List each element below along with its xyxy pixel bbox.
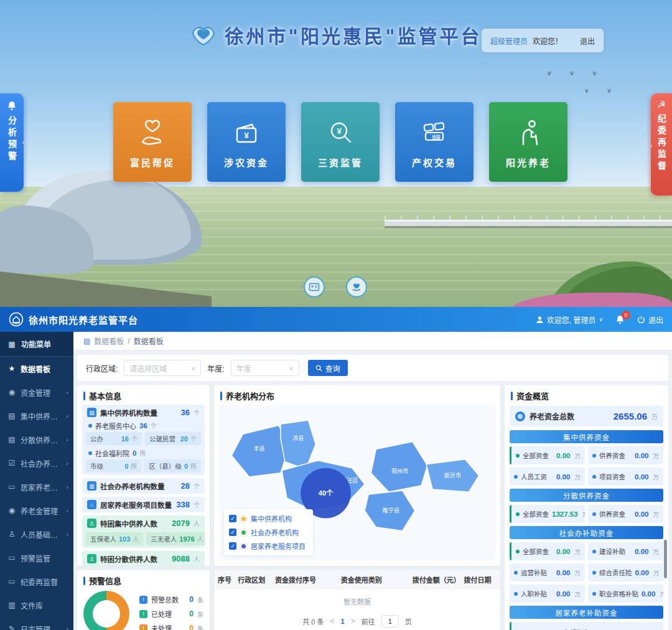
sidebar-item-pension-management[interactable]: ◉ 养老金管理 › [0, 499, 73, 522]
fund-value: 0.00 [556, 452, 570, 459]
care-heart-badge-button[interactable] [346, 276, 367, 298]
header-actions: 欢迎您, 管理员 ∨ 0 退出 [536, 314, 663, 325]
panel-title: 基本信息 [77, 385, 210, 405]
year-select[interactable]: 年度 ∨ [231, 360, 299, 376]
monitor-icon: ▭ [7, 577, 16, 586]
sidebar-item-funds-management[interactable]: ◉ 资金管理 › [0, 380, 73, 404]
warning-donut-chart [83, 591, 129, 630]
sidebar-item-log-management[interactable]: ✎ 日志管理 › [0, 617, 73, 630]
checkbox-checked-icon[interactable]: ✓ [229, 515, 236, 522]
sidebar-item-social-elderly-institutions[interactable]: ☑ 社会办养老机构 › [0, 451, 73, 475]
notifications-button[interactable]: 0 [615, 315, 625, 324]
legend-label: 社会办养老机构 [251, 527, 299, 537]
svg-text:¥: ¥ [337, 126, 342, 136]
tile-fumin-bangcu[interactable]: 富民帮促 [113, 102, 192, 182]
legend-home-care-projects[interactable]: ✓ 居家养老服务项目 [229, 541, 306, 551]
current-page-button[interactable]: 1 [341, 618, 345, 625]
checkbox-checked-icon[interactable]: ✓ [229, 542, 236, 550]
birds-decoration: v v [585, 87, 620, 94]
chevron-left-icon: ‹ [650, 142, 653, 149]
region-select-placeholder: 请选择区域 [129, 363, 167, 374]
prev-page-button[interactable]: < [330, 617, 335, 626]
goto-page-input[interactable] [381, 615, 399, 628]
next-page-button[interactable]: > [351, 617, 355, 626]
search-button[interactable]: 查询 [308, 360, 348, 376]
sidebar-item-personnel-info[interactable]: ♙ 人员基础信息 › [0, 522, 73, 546]
sidebar: ▦ 功能菜单 ★ 数据看板 ◉ 资金管理 › ▤ 集中供养资金 › [0, 332, 73, 630]
stat-label: 特困分散供养人数 [100, 554, 157, 564]
bell-icon: ! [139, 596, 147, 604]
bridge [385, 222, 672, 226]
sub-stat-label: 社会福利院 [95, 448, 129, 458]
title-accent-bar [83, 576, 85, 585]
sidebar-item-home-care-projects[interactable]: ▭ 居家养老服务项目 › [0, 475, 73, 499]
fund-value: 0.00 [635, 548, 648, 555]
fund-cell: 项目资金 0.00 万 [588, 468, 663, 486]
column-header: 拨付日期 [460, 575, 500, 585]
elderly-person-icon [511, 116, 546, 151]
user-menu[interactable]: 欢迎您, 管理员 ∨ [536, 314, 603, 325]
panel-title: 预警信息 [77, 570, 210, 590]
tile-sanzi-jianguan[interactable]: ¥ 三资监管 [301, 102, 380, 182]
fund-cell: 运营补贴 0.00 万 [510, 563, 585, 581]
fund-unit: 万 [660, 590, 663, 598]
section-header-home-care-subsidy: 居家养老补助资金 [510, 606, 663, 619]
tile-chanquan-jiaoyi[interactable]: 交易 产权交易 [395, 102, 474, 182]
id-card-badge-button[interactable] [304, 276, 325, 298]
warning-handled-row: ! 已处理 0 条 [139, 609, 203, 619]
fund-label: 全部资金 [523, 451, 549, 460]
fund-label: 项目资金 [599, 472, 625, 481]
chevron-right-icon: › [66, 483, 68, 491]
fund-label: 职业资格补贴 [599, 589, 638, 598]
analysis-warning-tab[interactable]: 分析预警 › [0, 93, 24, 192]
fund-cell: 全部资金 1327.53 万 [510, 505, 585, 523]
scrollbar-thumb[interactable] [664, 540, 667, 578]
bullet-dot [88, 451, 92, 455]
fund-label: 人员工资 [521, 472, 547, 481]
fund-label: 全部资金 [563, 628, 589, 630]
breadcrumb-root[interactable]: 数据看板 [94, 336, 124, 346]
pill-label: 公办 [90, 434, 103, 443]
hero-logout-button[interactable]: 退出 [580, 35, 595, 46]
region-label: 睢宁县 [383, 507, 399, 514]
fund-label: 综合责任险 [599, 568, 632, 577]
person-icon: ♙ [7, 530, 16, 538]
fund-cell: 入职补贴 0.00 万 [510, 585, 585, 603]
bullet-dot [592, 571, 596, 575]
sidebar-item-dashboard[interactable]: ★ 数据看板 [0, 357, 73, 380]
fund-unit: 万 [574, 568, 581, 577]
stat-label: 特困集中供养人数 [100, 519, 157, 529]
sidebar-item-discipline-supervision[interactable]: ▭ 纪委再监督 [0, 570, 73, 593]
region-label: 邳州市 [391, 468, 408, 474]
page-unit-label: 页 [405, 616, 412, 626]
yellow-marker-icon [240, 515, 247, 522]
chevron-down-icon: ∨ [599, 316, 603, 322]
legend-centralized-institutions[interactable]: ✓ 集中供养机构 [229, 514, 306, 524]
warning-stat-unit: 条 [197, 609, 203, 619]
tile-yangguang-yanglao[interactable]: 阳光养老 [489, 102, 567, 182]
sidebar-item-file-library[interactable]: ▥ 文件库 [0, 593, 73, 617]
discipline-supervision-tab[interactable]: ☭ 纪委再监督 ‹ [651, 93, 672, 195]
bell-icon: ! [139, 610, 147, 618]
checkbox-checked-icon[interactable]: ✓ [229, 529, 236, 536]
fund-value: 0.00 [635, 510, 648, 518]
tile-shenong-zijin[interactable]: ¥ 涉农资金 [207, 102, 286, 182]
region-select[interactable]: 请选择区域 ∨ [124, 360, 201, 376]
sidebar-item-decentralized-support-funds[interactable]: ▤ 分散供养资金 › [0, 428, 73, 451]
section-header-decentralized: 分散供养资金 [510, 489, 663, 502]
green-marker-icon [240, 529, 247, 536]
column-header: 资金使用类别 [337, 575, 409, 585]
xuzhou-district-map[interactable]: 丰县 沛县 贾汪区 邳州市 新沂市 睢宁县 40个 [219, 405, 495, 560]
sidebar-item-warning-supervision[interactable]: ▭ 预警监管 [0, 546, 73, 570]
legend-social-institutions[interactable]: ✓ 社会办养老机构 [229, 527, 306, 537]
dashboard-title: 徐州市阳光养老监管平台 [29, 313, 138, 326]
fund-cell: 建设补助 0.00 万 [588, 542, 663, 560]
pill-unit: 个 [190, 434, 197, 443]
sidebar-item-centralized-support-funds[interactable]: ▤ 集中供养资金 › [0, 404, 73, 428]
logout-button[interactable]: 退出 [637, 314, 663, 325]
breadcrumb-separator: / [128, 337, 129, 346]
bullet-dot [88, 424, 92, 428]
panel-title: 资金概览 [505, 385, 668, 405]
sidebar-menu-header: ▦ 功能菜单 [0, 332, 73, 357]
bullet-dot [514, 475, 518, 479]
